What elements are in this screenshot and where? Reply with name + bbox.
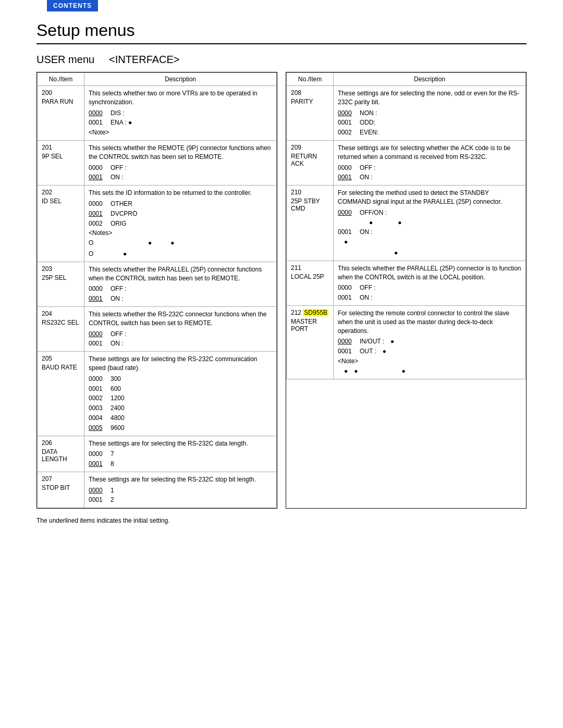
left-col1-header: No./Item	[38, 73, 84, 86]
table-row-desc: This selects whether the PARALLEL (25P) …	[84, 262, 277, 306]
table-row-desc: These settings are for selecting the RS-…	[84, 436, 277, 472]
table-row-item: 211LOCAL 25P	[287, 261, 334, 305]
table-row-desc: This selects whether the RS-232C connect…	[84, 306, 277, 351]
title-divider	[36, 43, 527, 44]
contents-tab[interactable]: CONTENTS	[0, 0, 563, 11]
section-title: USER menu	[36, 54, 94, 65]
table-row-desc: For selecting the remote control connect…	[334, 305, 526, 379]
left-col2-header: Description	[84, 73, 277, 86]
right-col1-header: No./Item	[287, 73, 334, 86]
table-row-item: 212 SD955BMASTERPORT	[287, 305, 334, 379]
table-row-desc: For selecting the method used to detect …	[334, 186, 526, 261]
table-row-item: 209RETURN ACK	[287, 140, 334, 185]
table-row-desc: This sets the ID information to be retur…	[84, 186, 277, 262]
table-row-item: 205BAUD RATE	[38, 352, 84, 436]
footer-note: The underlined items indicates the initi…	[36, 517, 527, 524]
table-row-desc: These settings are for selecting the RS-…	[84, 352, 277, 436]
table-row-desc: These settings are for selecting whether…	[334, 140, 526, 185]
left-table: No./Item Description 200PARA RUNThis sel…	[36, 72, 277, 509]
table-row-desc: This selects whether the REMOTE (9P) con…	[84, 140, 277, 185]
section-header: USER menu <INTERFACE>	[36, 54, 527, 66]
section-subtitle: <INTERFACE>	[109, 54, 180, 65]
right-col2-header: Description	[334, 73, 526, 86]
table-row-item: 204RS232C SEL	[38, 306, 84, 351]
table-row-desc: These settings are for selecting the RS-…	[84, 472, 277, 508]
table-row-desc: This selects whether two or more VTRs ar…	[84, 86, 277, 141]
table-row-item: 207STOP BIT	[38, 472, 84, 508]
table-row-item: 2019P SEL	[38, 140, 84, 185]
table-row-item: 200PARA RUN	[38, 86, 84, 141]
table-row-item: 206DATALENGTH	[38, 436, 84, 472]
right-table: No./Item Description 208PARITYThese sett…	[286, 72, 527, 509]
table-row-item: 20325P SEL	[38, 262, 84, 306]
table-row-item: 202ID SEL	[38, 186, 84, 262]
table-row-desc: This selects whether the PARALLEL (25P) …	[334, 261, 526, 305]
page-title: Setup menus	[36, 21, 527, 40]
contents-label: CONTENTS	[47, 0, 98, 11]
table-row-item: 208PARITY	[287, 86, 334, 141]
tables-container: No./Item Description 200PARA RUNThis sel…	[36, 72, 527, 509]
table-row-item: 21025P STBYCMD	[287, 186, 334, 261]
table-row-desc: These settings are for selecting the non…	[334, 86, 526, 141]
